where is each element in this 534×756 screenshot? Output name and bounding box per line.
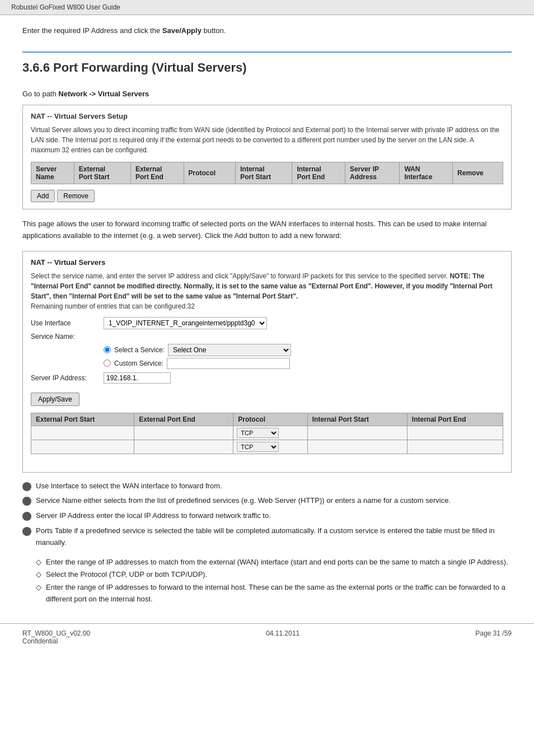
sub-bullet-1: ◇ Enter the range of IP addresses to mat…: [36, 557, 512, 568]
custom-service-label: Custom Service:: [114, 360, 163, 367]
select-service-row: Select a Service: Select One: [104, 344, 503, 356]
bullet-item-3: Server IP Address enter the local IP Add…: [22, 510, 512, 522]
custom-service-input[interactable]: [167, 358, 290, 369]
footer: RT_W800_UG_v02.00 Confidential 04.11.201…: [0, 623, 534, 651]
server-ip-label: Server IP Address:: [31, 374, 104, 382]
intro-text-after: button.: [202, 26, 226, 35]
bullet-item-2: Service Name either selects from the lis…: [22, 495, 512, 507]
bullet-dot-3: [22, 512, 31, 521]
remaining-entries: Remaining number of entries that can be …: [31, 302, 195, 310]
col-int-port-end2: Internal Port End: [407, 413, 503, 426]
bullet-dot-2: [22, 497, 31, 506]
service-name-label: Service Name:: [31, 333, 104, 340]
col-ext-port-end2: External Port End: [134, 413, 233, 426]
diamond-3: ◇: [36, 582, 41, 594]
col-ext-port-start: ExternalPort Start: [74, 162, 130, 184]
diamond-1: ◇: [36, 557, 41, 568]
int-start-cell: [307, 426, 407, 440]
bullet-dot-1: [22, 482, 31, 491]
diamond-2: ◇: [36, 569, 41, 581]
sub-bullet-3: ◇ Enter the range of IP addresses to for…: [36, 582, 512, 605]
intro-paragraph: Enter the required IP Address and click …: [22, 26, 512, 35]
footer-date: 04.11.2011: [266, 629, 299, 645]
bullet-text-3: Server IP Address enter the local IP Add…: [36, 510, 271, 522]
col-int-port-end: InternalPort End: [292, 162, 345, 184]
col-protocol2: Protocol: [233, 413, 307, 426]
custom-service-radio[interactable]: [104, 360, 111, 367]
ports-table: External Port Start External Port End Pr…: [31, 413, 503, 454]
bullet-text-2: Service Name either selects from the lis…: [36, 495, 451, 507]
int-end-cell: [407, 426, 503, 440]
ext-start-cell: [31, 426, 134, 440]
ext-end-cell: [134, 426, 233, 440]
section-title: 3.6.6 Port Forwarding (Virtual Servers): [22, 60, 512, 78]
select-service-radio[interactable]: [104, 346, 111, 353]
server-ip-row: Server IP Address:: [31, 372, 503, 384]
col-ext-port-end: ExternalPort End: [130, 162, 184, 184]
body-paragraph: This page allows the user to forward inc…: [22, 218, 512, 242]
protocol-select-1[interactable]: TCP UDP TCP/UDP: [237, 428, 279, 438]
col-server-name: ServerName: [31, 162, 74, 184]
bullet-item-1: Use Interface to select the WAN interfac…: [22, 480, 512, 492]
nat-setup-desc: Virtual Server allows you to direct inco…: [31, 125, 503, 155]
path-bold: Network -> Virtual Servers: [58, 90, 149, 98]
use-interface-label: Use Interface: [31, 319, 104, 327]
footer-doc-id: RT_W800_UG_v02.00: [22, 629, 90, 637]
col-ext-port-start2: External Port Start: [31, 413, 134, 426]
table-row: TCP UDP TCP/UDP: [31, 426, 503, 440]
add-button[interactable]: Add: [31, 190, 55, 202]
path-before: Go to path: [22, 90, 58, 98]
select-service-label: Select a Service:: [114, 346, 165, 354]
sub-bullet-list: ◇ Enter the range of IP addresses to mat…: [36, 557, 512, 605]
int-start-cell2: [307, 440, 407, 454]
feature-bullets: Use Interface to select the WAN interfac…: [22, 480, 512, 549]
footer-confidential: Confidential: [22, 637, 90, 645]
path-text: Go to path Network -> Virtual Servers: [22, 90, 512, 98]
nat-setup-box: NAT -- Virtual Servers Setup Virtual Ser…: [22, 105, 512, 209]
bullet-dot-4: [22, 527, 31, 536]
col-int-port-start2: Internal Port Start: [307, 413, 407, 426]
top-bar: Robustel GoFixed W800 User Guide: [0, 0, 534, 15]
ext-end-cell2: [134, 440, 233, 454]
sub-bullet-text-1: Enter the range of IP addresses to match…: [46, 557, 508, 568]
footer-left: RT_W800_UG_v02.00 Confidential: [22, 629, 90, 645]
custom-service-row: Custom Service:: [104, 358, 503, 369]
protocol-cell2: TCP UDP TCP/UDP: [233, 440, 307, 454]
sub-bullet-text-2: Select the Protocol (TCP, UDP or both TC…: [46, 569, 207, 581]
nat-vs-desc: Select the service name, and enter the s…: [31, 271, 503, 311]
protocol-select-2[interactable]: TCP UDP TCP/UDP: [237, 442, 279, 452]
remove-button[interactable]: Remove: [57, 190, 95, 202]
bullet-text-4: Ports Table if a predefined service is s…: [36, 525, 512, 549]
nat-setup-title: NAT -- Virtual Servers Setup: [31, 112, 503, 120]
intro-bold: Save/Apply: [162, 26, 202, 35]
use-interface-select[interactable]: 1_VOIP_INTERNET_R_orangeinternet/ppptd3g…: [104, 317, 267, 329]
virtual-servers-table: ServerName ExternalPort Start ExternalPo…: [31, 162, 503, 184]
sub-bullet-text-3: Enter the range of IP addresses to forwa…: [46, 582, 512, 605]
bullet-text-1: Use Interface to select the WAN interfac…: [36, 480, 222, 492]
sub-bullet-2: ◇ Select the Protocol (TCP, UDP or both …: [36, 569, 512, 581]
service-name-label-row: Service Name:: [31, 333, 503, 340]
int-end-cell2: [407, 440, 503, 454]
service-name-radios: Select a Service: Select One Custom Serv…: [104, 344, 503, 369]
table-row: TCP UDP TCP/UDP: [31, 440, 503, 454]
main-content: Enter the required IP Address and click …: [0, 15, 534, 618]
select-service-dropdown[interactable]: Select One: [168, 344, 291, 356]
col-protocol: Protocol: [184, 162, 236, 184]
add-remove-buttons: Add Remove: [31, 190, 503, 202]
ext-start-cell2: [31, 440, 134, 454]
protocol-cell: TCP UDP TCP/UDP: [233, 426, 307, 440]
footer-page: Page 31 /59: [475, 629, 512, 645]
col-wan-interface: WANInterface: [400, 162, 453, 184]
server-ip-input[interactable]: [104, 372, 171, 384]
use-interface-row: Use Interface 1_VOIP_INTERNET_R_orangein…: [31, 317, 503, 329]
bullet-item-4: Ports Table if a predefined service is s…: [22, 525, 512, 549]
col-remove: Remove: [453, 162, 503, 184]
top-bar-label: Robustel GoFixed W800 User Guide: [11, 3, 120, 11]
col-int-port-start: InternalPort Start: [236, 162, 292, 184]
nat-virtual-servers-box: NAT -- Virtual Servers Select the servic…: [22, 251, 512, 473]
nat-vs-title: NAT -- Virtual Servers: [31, 258, 503, 267]
col-server-ip: Server IPAddress: [345, 162, 399, 184]
apply-save-button[interactable]: Apply/Save: [31, 393, 79, 406]
section-divider: [22, 52, 512, 53]
intro-text-before: Enter the required IP Address and click …: [22, 26, 162, 35]
